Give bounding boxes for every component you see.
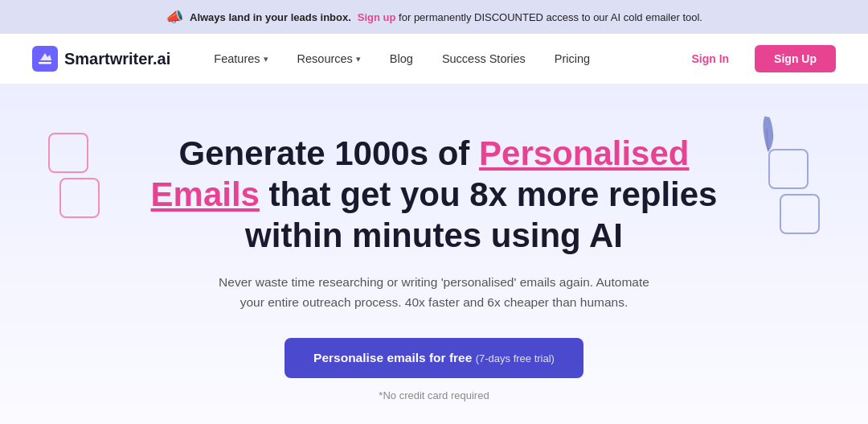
logo-icon <box>32 46 58 72</box>
hero-title: Generate 1000s of Personalised Emails th… <box>133 133 735 257</box>
hero-section: Generate 1000s of Personalised Emails th… <box>0 84 868 424</box>
resources-dropdown-arrow: ▾ <box>356 54 361 64</box>
no-credit-text: *No credit card required <box>32 389 836 401</box>
banner-main-text: Always land in your leads inbox. <box>190 11 351 23</box>
nav-features[interactable]: Features ▾ <box>203 47 279 70</box>
sign-up-button[interactable]: Sign Up <box>755 45 836 72</box>
deco-squares-left <box>48 133 100 218</box>
banner-sub-text: Sign up for permanently DISCOUNTED acces… <box>358 11 702 23</box>
deco-square-4 <box>780 194 820 234</box>
nav-success-stories[interactable]: Success Stories <box>431 47 537 70</box>
sign-in-button[interactable]: Sign In <box>675 46 745 72</box>
features-dropdown-arrow: ▾ <box>264 54 268 64</box>
deco-square-1 <box>48 133 88 173</box>
cta-button[interactable]: Personalise emails for free (7-days free… <box>285 338 583 378</box>
logo[interactable]: Smartwriter.ai <box>32 46 170 72</box>
cta-trial: (7-days free trial) <box>476 352 555 364</box>
nav-blog[interactable]: Blog <box>379 47 424 70</box>
hero-subtitle: Never waste time researching or writing … <box>209 273 659 313</box>
nav-pricing[interactable]: Pricing <box>543 47 601 70</box>
banner-link[interactable]: Sign up <box>358 11 396 23</box>
navbar: Smartwriter.ai Features ▾ Resources ▾ Bl… <box>0 34 868 84</box>
nav-resources[interactable]: Resources ▾ <box>286 47 372 70</box>
cta-label: Personalise emails for free <box>313 351 472 364</box>
megaphone-icon: 📣 <box>166 8 183 26</box>
nav-actions: Sign In Sign Up <box>675 45 836 72</box>
logo-text: Smartwriter.ai <box>64 50 170 68</box>
deco-square-2 <box>59 178 100 218</box>
nav-links: Features ▾ Resources ▾ Blog Success Stor… <box>203 47 675 70</box>
top-banner: 📣 Always land in your leads inbox. Sign … <box>0 0 868 34</box>
svg-rect-0 <box>39 62 51 64</box>
